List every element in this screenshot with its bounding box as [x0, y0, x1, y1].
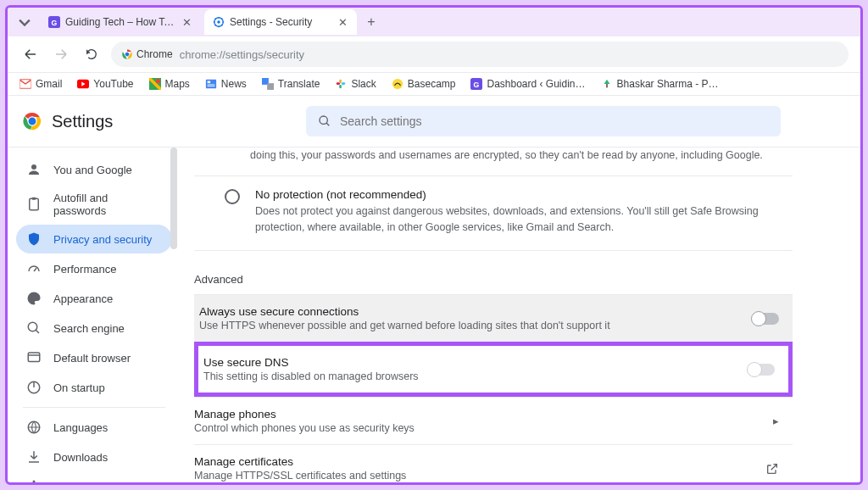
bookmark-gmail[interactable]: Gmail: [19, 78, 62, 90]
row-manage-phones[interactable]: Manage phones Control which phones you u…: [194, 397, 793, 444]
row-desc: Control which phones you use as security…: [194, 422, 415, 434]
sidebar-item-label: Performance: [53, 263, 116, 276]
toolbar: Chrome chrome://settings/security: [8, 36, 860, 73]
sidebar-item-appearance[interactable]: Appearance: [16, 284, 172, 313]
search-settings[interactable]: [306, 106, 781, 136]
close-icon[interactable]: ✕: [337, 16, 348, 28]
forward-button[interactable]: [50, 43, 72, 65]
globe-icon: [26, 420, 42, 435]
gt-favicon-icon: G: [48, 16, 60, 28]
row-manage-certificates[interactable]: Manage certificates Manage HTTPS/SSL cer…: [194, 444, 793, 482]
tab-settings[interactable]: Settings - Security ✕: [204, 9, 357, 35]
bookmark-label: Slack: [351, 78, 376, 90]
svg-rect-22: [606, 84, 608, 87]
tab-title: Guiding Tech – How To Articles: [65, 16, 175, 28]
svg-point-19: [392, 79, 403, 89]
slack-icon: [335, 78, 347, 90]
sidebar-item-label: Default browser: [53, 352, 131, 365]
bookmark-translate[interactable]: Translate: [262, 78, 320, 90]
svg-point-29: [28, 322, 37, 331]
youtube-icon: [77, 78, 89, 90]
gmail-icon: [19, 78, 31, 90]
sidebar-item-search-engine[interactable]: Search engine: [16, 314, 172, 342]
row-text: Use secure DNS This setting is disabled …: [203, 356, 419, 382]
sidebar-divider: [23, 407, 165, 408]
chevron-right-icon: ▸: [773, 415, 779, 427]
search-icon: [318, 114, 331, 128]
tab-guidingtech[interactable]: G Guiding Tech – How To Articles ✕: [40, 9, 201, 35]
svg-rect-28: [32, 198, 36, 200]
row-desc: This setting is disabled on managed brow…: [203, 370, 419, 382]
bookmark-label: YouTube: [93, 78, 133, 90]
power-icon: [26, 380, 42, 395]
toggle-secure-connections[interactable]: [752, 313, 779, 325]
sidebar-item-accessibility[interactable]: Accessibility: [16, 472, 172, 482]
sidebar-item-downloads[interactable]: Downloads: [16, 443, 172, 471]
sidebar-item-label: Search engine: [53, 322, 125, 335]
bookmark-label: Bhaskar Sharma - P…: [617, 78, 719, 90]
back-button[interactable]: [19, 43, 42, 65]
svg-rect-30: [28, 353, 40, 362]
sidebar-item-performance[interactable]: Performance: [16, 254, 172, 283]
sidebar-item-you-and-google[interactable]: You and Google: [16, 155, 172, 184]
settings-header: Settings: [8, 96, 860, 148]
reload-icon: [85, 47, 98, 61]
news-icon: [205, 78, 217, 90]
bookmark-dashboard[interactable]: GDashboard ‹ Guidin…: [470, 78, 585, 90]
sidebar-item-label: You and Google: [53, 164, 132, 176]
close-icon[interactable]: ✕: [181, 16, 192, 28]
bookmark-label: News: [221, 78, 247, 90]
address-bar[interactable]: Chrome chrome://settings/security: [111, 42, 849, 67]
svg-rect-17: [340, 80, 342, 83]
download-icon: [26, 449, 42, 465]
svg-rect-27: [30, 198, 39, 210]
site-chip-label: Chrome: [136, 48, 173, 60]
row-text: Always use secure connections Use HTTPS …: [199, 305, 610, 331]
bookmark-label: Maps: [165, 78, 190, 90]
basecamp-icon: [392, 78, 403, 90]
option-title: No protection (not recommended): [255, 188, 793, 201]
radio-icon[interactable]: [225, 189, 240, 204]
bookmark-news[interactable]: News: [205, 78, 247, 90]
tab-strip: G Guiding Tech – How To Articles ✕ Setti…: [8, 8, 860, 36]
person-icon: [26, 162, 42, 177]
search-input[interactable]: [340, 114, 769, 128]
row-secure-dns[interactable]: Use secure DNS This setting is disabled …: [194, 342, 793, 397]
svg-point-33: [33, 481, 36, 483]
row-title: Manage certificates: [194, 455, 406, 468]
tab-title: Settings - Security: [230, 16, 331, 28]
bookmark-youtube[interactable]: YouTube: [77, 78, 133, 90]
option-desc: Does not protect you against dangerous w…: [255, 203, 793, 236]
bookmark-label: Basecamp: [408, 78, 456, 90]
browser-icon: [26, 350, 42, 365]
sidebar-item-on-startup[interactable]: On startup: [16, 373, 172, 402]
url-text: chrome://settings/security: [180, 48, 304, 61]
bookmark-basecamp[interactable]: Basecamp: [392, 78, 456, 90]
option-text: No protection (not recommended) Does not…: [255, 188, 793, 236]
sidebar-item-default-browser[interactable]: Default browser: [16, 343, 172, 372]
svg-rect-12: [207, 81, 210, 84]
no-protection-option[interactable]: No protection (not recommended) Does not…: [194, 176, 793, 252]
bookmark-maps[interactable]: Maps: [149, 78, 190, 90]
row-secure-connections[interactable]: Always use secure connections Use HTTPS …: [194, 294, 793, 342]
toggle-secure-dns: [748, 364, 775, 376]
sidebar-item-languages[interactable]: Languages: [16, 413, 172, 442]
sidebar-item-autofill[interactable]: Autofill and passwords: [16, 185, 172, 224]
clipboard-icon: [26, 197, 42, 212]
svg-point-6: [125, 52, 129, 56]
scrollbar-thumb[interactable]: [170, 148, 177, 249]
svg-rect-18: [340, 85, 342, 88]
new-tab-button[interactable]: +: [360, 11, 382, 33]
sidebar-item-privacy-security[interactable]: Privacy and security: [16, 225, 172, 253]
bookmark-slack[interactable]: Slack: [335, 78, 376, 90]
content-area: You and Google Autofill and passwords Pr…: [8, 148, 860, 482]
reload-button[interactable]: [81, 43, 103, 65]
sidebar-item-label: Accessibility: [53, 481, 114, 483]
row-title: Use secure DNS: [203, 356, 419, 369]
svg-text:G: G: [52, 19, 58, 27]
search-icon: [26, 320, 42, 336]
translate-icon: [262, 78, 274, 90]
maps-icon: [149, 78, 161, 90]
tab-search-dropdown[interactable]: [13, 10, 36, 34]
bookmark-bhaskar[interactable]: Bhaskar Sharma - P…: [601, 78, 719, 90]
